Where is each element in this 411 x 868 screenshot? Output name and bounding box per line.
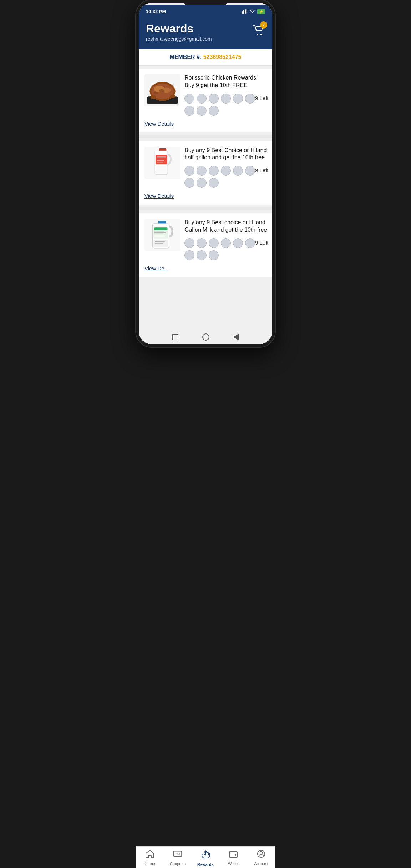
svg-rect-3 [247, 9, 248, 14]
stamp [245, 166, 255, 176]
stamps-left-chicken: 9 Left [255, 95, 269, 101]
reward-content-milk-half: Buy any 9 Best Choice or Hiland half gal… [184, 147, 269, 188]
stamp [209, 178, 219, 188]
main-content: MEMBER #: 523698521475 [139, 49, 272, 305]
stamp [197, 238, 207, 248]
svg-rect-1 [243, 10, 244, 14]
divider [139, 135, 272, 138]
stamp [233, 166, 243, 176]
stamp [209, 106, 219, 116]
svg-rect-21 [157, 159, 164, 159]
svg-rect-13 [150, 95, 156, 98]
stamp [184, 178, 194, 188]
page-title: Rewards [146, 22, 212, 35]
phone-notch [184, 3, 227, 5]
battery-charging-icon: ⚡ [257, 9, 265, 14]
phone-frame: 10:32 PM ⚡ [136, 0, 275, 347]
header-left: Rewards reshma.weenggs@gmail.com [146, 22, 212, 42]
milk-gallon-illustration [151, 220, 174, 250]
system-nav-bar [139, 330, 272, 344]
back-button[interactable] [233, 333, 239, 341]
stamps-row1-chicken [184, 94, 255, 104]
reward-title-chicken: Rotisserie Chicken Rewards! Buy 9 get th… [184, 74, 269, 89]
svg-rect-20 [157, 157, 166, 158]
svg-rect-32 [154, 235, 165, 237]
reward-stamps-area-chicken: 9 Left [184, 94, 269, 116]
svg-point-14 [170, 95, 175, 98]
chicken-illustration [146, 75, 179, 106]
cart-badge: 7 [260, 21, 267, 29]
svg-point-5 [257, 34, 258, 35]
stamp [221, 94, 231, 104]
stamp [221, 238, 231, 248]
stamps-row2-milk-gallon [184, 250, 255, 260]
view-details-milk-gallon[interactable]: View De... [144, 265, 267, 271]
stamp [209, 94, 219, 104]
svg-point-6 [260, 34, 262, 35]
reward-stamps-area-milk-gallon: 9 Left [184, 238, 269, 260]
svg-rect-19 [156, 155, 167, 164]
stamp [184, 238, 194, 248]
reward-stamps-area-milk-half: 9 Left [184, 166, 269, 188]
svg-point-4 [252, 12, 253, 13]
stamps-row2-milk-half [184, 178, 255, 188]
status-time: 10:32 PM [146, 9, 166, 14]
reward-card-chicken: Rotisserie Chicken Rewards! Buy 9 get th… [139, 69, 272, 132]
stamps-row1-milk-gallon [184, 238, 255, 248]
status-bar: 10:32 PM ⚡ [139, 5, 272, 18]
member-number-bar: MEMBER #: 523698521475 [139, 49, 272, 66]
member-number: 523698521475 [203, 54, 242, 60]
svg-rect-30 [154, 232, 166, 233]
svg-point-15 [159, 89, 164, 92]
user-email: reshma.weenggs@gmail.com [146, 36, 212, 42]
stamps-row2-chicken [184, 106, 255, 116]
app-header: Rewards reshma.weenggs@gmail.com 7 [139, 18, 272, 49]
reward-card-milk-half: Buy any 9 Best Choice or Hiland half gal… [139, 141, 272, 205]
reward-image-milk-gallon [144, 219, 180, 251]
stamp [245, 238, 255, 248]
reward-image-chicken [144, 74, 180, 106]
svg-rect-35 [155, 243, 163, 244]
stamps-left-milk-half: 9 Left [255, 167, 269, 173]
svg-rect-22 [157, 160, 164, 161]
stamp [197, 178, 207, 188]
reward-content-chicken: Rotisserie Chicken Rewards! Buy 9 get th… [184, 74, 269, 116]
stamp [245, 94, 255, 104]
stamp [209, 250, 219, 260]
svg-rect-29 [154, 231, 164, 231]
signal-icon [242, 9, 247, 15]
svg-rect-23 [157, 162, 163, 163]
reward-card-milk-gallon: Buy any 9 Best choice or Hiland Gallon M… [139, 213, 272, 277]
reward-content-milk-gallon: Buy any 9 Best choice or Hiland Gallon M… [184, 219, 269, 260]
wifi-icon [249, 9, 255, 14]
cart-button[interactable]: 7 [252, 24, 265, 38]
svg-point-16 [153, 91, 157, 94]
stamps-left-milk-gallon: 9 Left [255, 240, 269, 246]
stamp [197, 250, 207, 260]
stamp [184, 166, 194, 176]
stamp [184, 106, 194, 116]
reward-title-milk-gallon: Buy any 9 Best choice or Hiland Gallon M… [184, 219, 269, 234]
view-details-milk-half[interactable]: View Details [144, 193, 267, 199]
member-label: MEMBER #: [169, 54, 202, 60]
svg-rect-0 [242, 11, 243, 14]
svg-rect-31 [154, 234, 163, 234]
reward-image-milk-half [144, 147, 180, 179]
home-button[interactable] [202, 333, 209, 341]
milk-half-illustration [152, 147, 173, 178]
stamp [197, 106, 207, 116]
stamp [184, 94, 194, 104]
view-details-chicken[interactable]: View Details [144, 121, 267, 127]
stamp [233, 94, 243, 104]
svg-rect-34 [155, 241, 165, 242]
status-icons: ⚡ [242, 9, 265, 15]
stamp [197, 166, 207, 176]
stamp [233, 238, 243, 248]
svg-rect-2 [245, 9, 246, 14]
recents-button[interactable] [172, 334, 178, 340]
stamp [197, 94, 207, 104]
stamp [209, 238, 219, 248]
svg-rect-28 [154, 227, 167, 230]
reward-title-milk-half: Buy any 9 Best Choice or Hiland half gal… [184, 147, 269, 162]
stamps-row1-milk-half [184, 166, 255, 176]
